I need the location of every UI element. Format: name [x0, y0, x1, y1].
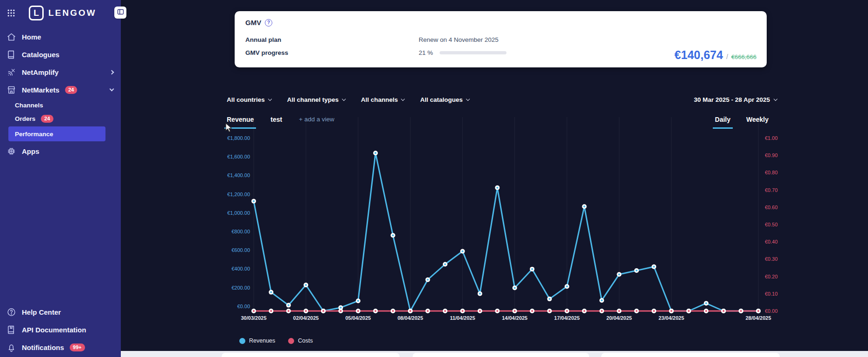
main-content: GMV ? Annual plan Renew on 4 November 20…	[121, 0, 868, 357]
sidebar-item-label: Channels	[15, 102, 43, 109]
left-axis-tick: €1,800.00	[214, 135, 250, 141]
gmv-progress-bar	[440, 51, 506, 54]
x-axis-tick: 02/04/2025	[280, 315, 331, 321]
sidebar-item-home[interactable]: Home	[0, 28, 121, 46]
chevron-down-icon	[401, 97, 405, 101]
sidebar-item-channels[interactable]: Channels	[0, 99, 121, 112]
filter-channels[interactable]: All channels	[361, 96, 405, 103]
filter-catalogues[interactable]: All catalogues	[420, 96, 469, 103]
gmv-progress-row: GMV progress 21 %	[245, 49, 506, 56]
date-range-picker[interactable]: 30 Mar 2025 - 28 Apr 2025	[694, 96, 777, 103]
gmv-card: GMV ? Annual plan Renew on 4 November 20…	[235, 11, 767, 67]
sidebar-item-netamplify[interactable]: NetAmplify	[0, 63, 121, 81]
right-axis-tick: €0.30	[765, 256, 793, 262]
right-axis-tick: €0.10	[765, 291, 793, 297]
gmv-help-icon[interactable]: ?	[265, 19, 272, 26]
sidebar-top: L LENGOW	[7, 6, 121, 20]
gmv-amounts: €140,674 / €666,666	[675, 48, 756, 62]
gmv-progress-percent: 21 %	[419, 49, 433, 56]
left-axis-tick: €200.00	[214, 285, 250, 291]
sidebar-nav: HomeCataloguesNetAmplifyNetMarkets24Chan…	[0, 28, 121, 160]
sidebar-item-performance[interactable]: Performance	[8, 126, 105, 141]
legend-item-revenues[interactable]: Revenues	[239, 337, 275, 344]
home-icon	[7, 32, 16, 42]
right-axis-tick: €0.00	[765, 308, 793, 314]
sidebar-item-orders[interactable]: Orders24	[0, 112, 121, 126]
right-axis-tick: €0.50	[765, 222, 793, 228]
bottom-cards-strip	[121, 351, 868, 357]
bottom-card	[222, 353, 400, 357]
right-axis-tick: €0.80	[765, 170, 793, 176]
left-axis-tick: €1,400.00	[214, 172, 250, 178]
x-axis-tick: 28/04/2025	[733, 315, 784, 321]
annual-plan-value: Renew on 4 November 2025	[419, 36, 499, 43]
sidebar-item-label: NetMarkets	[22, 86, 59, 94]
filter-label: All catalogues	[420, 96, 463, 103]
sidebar-item-netmarkets[interactable]: NetMarkets24	[0, 81, 121, 99]
bell-icon	[7, 343, 16, 352]
left-axis-tick: €800.00	[214, 229, 250, 235]
left-axis-tick: €1,600.00	[214, 154, 250, 160]
right-axis-tick: €0.90	[765, 152, 793, 159]
right-axis-tick: €0.20	[765, 274, 793, 280]
chevron-down-icon	[342, 97, 346, 101]
sidebar-collapse-button[interactable]	[114, 7, 126, 19]
sidebar-item-label: Help Center	[22, 308, 61, 316]
grid-menu-icon[interactable]	[7, 8, 16, 18]
sidebar-item-notifications[interactable]: Notifications99+	[0, 338, 121, 356]
broadcast-icon	[7, 67, 16, 77]
legend-dot	[288, 338, 294, 344]
x-axis-tick: 14/04/2025	[489, 315, 540, 321]
filter-countries[interactable]: All countries	[227, 96, 271, 103]
annual-plan-label: Annual plan	[245, 36, 419, 43]
x-axis-tick: 08/04/2025	[385, 315, 436, 321]
sidebar-item-label: Notifications	[22, 344, 64, 351]
x-axis-tick: 23/04/2025	[646, 315, 697, 321]
date-range-label: 30 Mar 2025 - 28 Apr 2025	[694, 96, 770, 103]
left-axis-tick: €600.00	[214, 247, 250, 253]
x-axis-tick: 30/03/2025	[228, 315, 279, 321]
sidebar-item-label: NetAmplify	[22, 68, 59, 76]
gmv-card-title: GMV	[245, 19, 261, 26]
chevron-down-icon	[268, 97, 272, 101]
x-axis-tick: 11/04/2025	[437, 315, 488, 321]
sidebar-item-label: Catalogues	[22, 51, 59, 59]
sidebar-item-apps[interactable]: Apps	[0, 142, 121, 160]
panel-toggle-icon	[117, 8, 125, 18]
gmv-progress-label: GMV progress	[245, 49, 419, 56]
lengow-wordmark: LENGOW	[48, 8, 97, 18]
chevron-down-icon	[110, 87, 114, 92]
gmv-separator: /	[726, 53, 728, 60]
chevron-right-icon	[110, 70, 114, 74]
sidebar-bottom-nav: Help CenterAPI DocumentationNotification…	[0, 303, 121, 356]
annual-plan-row: Annual plan Renew on 4 November 2025	[245, 36, 499, 43]
x-axis-tick: 05/04/2025	[333, 315, 384, 321]
sidebar-item-label: Home	[22, 33, 41, 41]
right-axis-tick: €1.00	[765, 135, 793, 141]
filter-channel-types[interactable]: All channel types	[287, 96, 345, 103]
left-axis-tick: €0.00	[214, 304, 250, 310]
right-axis-tick: €0.60	[765, 205, 793, 211]
gmv-target-value: €666,666	[731, 53, 756, 60]
sidebar-item-help-center[interactable]: Help Center	[0, 303, 121, 321]
sidebar-item-label: Performance	[15, 131, 53, 138]
sidebar-item-label: Apps	[22, 147, 39, 155]
chevron-down-icon	[774, 97, 777, 101]
sidebar: L LENGOW HomeCataloguesNetAmplifyNetMark…	[0, 0, 121, 357]
sidebar-item-catalogues[interactable]: Catalogues	[0, 46, 121, 63]
chevron-down-icon	[466, 97, 470, 101]
lengow-logo-mark: L	[29, 6, 44, 20]
sidebar-item-api-documentation[interactable]: API Documentation	[0, 321, 121, 338]
left-axis-tick: €1,000.00	[214, 210, 250, 216]
x-axis-tick: 20/04/2025	[593, 315, 644, 321]
badge-count: 99+	[70, 344, 85, 351]
left-axis-tick: €400.00	[214, 266, 250, 272]
gmv-current-value: €140,674	[675, 48, 723, 62]
docs-icon	[7, 325, 16, 335]
bottom-card	[601, 353, 780, 357]
performance-line-chart[interactable]	[251, 116, 767, 316]
help-icon	[7, 307, 16, 317]
store-icon	[7, 85, 16, 95]
lengow-logo[interactable]: L LENGOW	[29, 6, 97, 20]
legend-item-costs[interactable]: Costs	[288, 337, 313, 344]
